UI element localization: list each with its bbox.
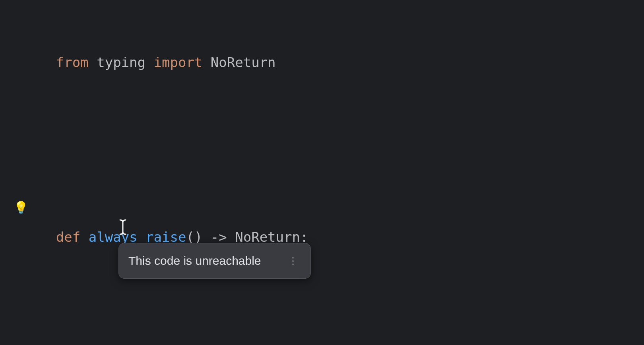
- code-line-1[interactable]: from typing import NoReturn: [7, 0, 644, 125]
- code-line-3[interactable]: [7, 150, 644, 175]
- tooltip-message: This code is unreachable: [128, 250, 261, 272]
- code-line-5[interactable]: raise RuntimeError("Uh oh"): [7, 300, 644, 345]
- keyword-from: from: [56, 54, 89, 70]
- keyword-import: import: [154, 54, 203, 70]
- imported-name: NoReturn: [211, 54, 276, 70]
- module-name: typing: [97, 54, 145, 70]
- keyword-def: def: [56, 229, 80, 245]
- diagnostic-tooltip: This code is unreachable ⋮: [118, 243, 311, 279]
- code-line-4[interactable]: def always_raise() -> NoReturn:: [7, 175, 644, 299]
- lightbulb-icon[interactable]: 💡: [14, 197, 28, 219]
- code-editor[interactable]: from typing import NoReturn def always_r…: [7, 0, 644, 345]
- tooltip-more-icon[interactable]: ⋮: [285, 251, 301, 270]
- code-line-2[interactable]: [7, 125, 644, 150]
